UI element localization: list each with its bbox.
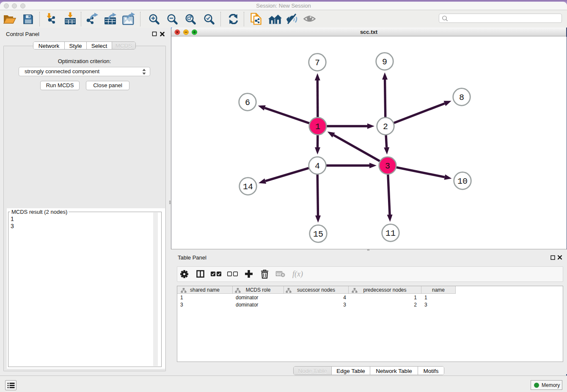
- svg-text:3: 3: [385, 161, 390, 171]
- svg-text:11: 11: [385, 229, 396, 238]
- svg-text:1: 1: [315, 122, 320, 132]
- svg-text:14: 14: [243, 182, 253, 192]
- svg-text:8: 8: [459, 93, 464, 102]
- svg-text:7: 7: [315, 58, 320, 68]
- svg-text:15: 15: [313, 229, 323, 239]
- svg-text:9: 9: [382, 57, 387, 67]
- svg-text:2: 2: [383, 122, 388, 132]
- svg-text:10: 10: [457, 177, 468, 186]
- svg-text:4: 4: [315, 161, 320, 171]
- svg-text:6: 6: [245, 98, 250, 108]
